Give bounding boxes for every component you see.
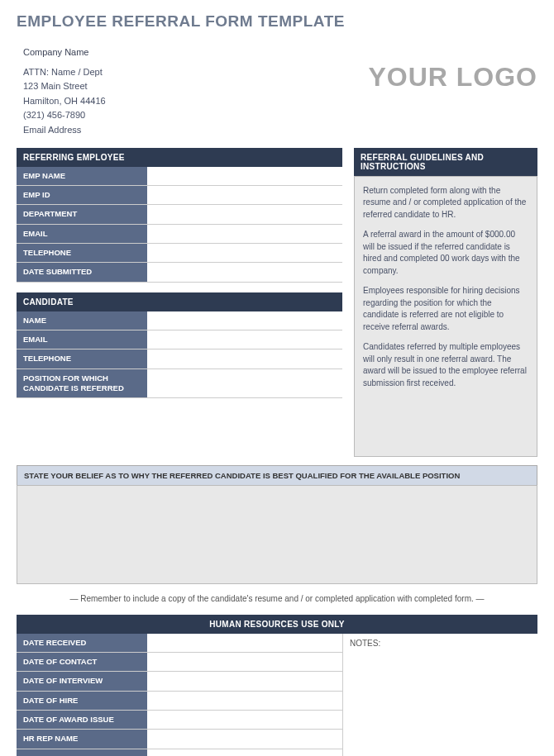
department-input[interactable] bbox=[147, 205, 342, 223]
candidate-position-input[interactable] bbox=[147, 369, 342, 398]
page-title: EMPLOYEE REFERRAL FORM TEMPLATE bbox=[17, 12, 537, 31]
date-submitted-input[interactable] bbox=[147, 263, 342, 281]
company-name: Company Name bbox=[23, 45, 106, 60]
field-label: TELEPHONE bbox=[17, 349, 147, 368]
company-city: Hamilton, OH 44416 bbox=[23, 94, 106, 109]
guidelines-paragraph: A referral award in the amount of $000.0… bbox=[363, 229, 528, 277]
field-label: DATE RECEIVED bbox=[17, 634, 147, 652]
guidelines-box: Return completed form along with the res… bbox=[354, 176, 537, 457]
company-email: Email Address bbox=[23, 123, 106, 138]
referring-employee-header: REFERRING EMPLOYEE bbox=[17, 148, 342, 167]
hr-header: HUMAN RESOURCES USE ONLY bbox=[17, 615, 537, 634]
hr-notes-area[interactable]: NOTES: bbox=[342, 634, 537, 756]
date-hire-input[interactable] bbox=[147, 692, 342, 710]
hr-notes-label: NOTES: bbox=[350, 639, 380, 648]
field-label: POSITION FOR WHICH CANDIDATE IS REFERRED bbox=[17, 369, 147, 398]
field-label: NAME bbox=[17, 311, 147, 330]
field-label: DATE OF HIRE bbox=[17, 692, 147, 710]
field-label: TELEPHONE bbox=[17, 244, 147, 262]
field-label: EMP ID bbox=[17, 186, 147, 204]
guidelines-paragraph: Employees responsible for hiring decisio… bbox=[363, 285, 528, 333]
field-label: EMP NAME bbox=[17, 167, 147, 185]
logo-placeholder: YOUR LOGO bbox=[368, 62, 537, 93]
date-interview-input[interactable] bbox=[147, 672, 342, 690]
field-label: EMAIL bbox=[17, 330, 147, 349]
date-received-input[interactable] bbox=[147, 634, 342, 652]
company-attn: ATTN: Name / Dept bbox=[23, 65, 106, 80]
guidelines-header: REFERRAL GUIDELINES AND INSTRUCTIONS bbox=[354, 148, 537, 176]
candidate-telephone-input[interactable] bbox=[147, 349, 342, 368]
field-label: DEPARTMENT bbox=[17, 205, 147, 223]
belief-header: STATE YOUR BELIEF AS TO WHY THE REFERRED… bbox=[17, 465, 537, 485]
field-label: DATE OF CONTACT bbox=[17, 653, 147, 671]
hr-rep-name-input[interactable] bbox=[147, 730, 342, 748]
field-label: DATE SUBMITTED bbox=[17, 263, 147, 281]
reminder-text: — Remember to include a copy of the cand… bbox=[17, 594, 537, 603]
emp-id-input[interactable] bbox=[147, 186, 342, 204]
belief-textarea[interactable] bbox=[17, 485, 537, 584]
field-label: EMAIL bbox=[17, 225, 147, 243]
date-contact-input[interactable] bbox=[147, 653, 342, 671]
company-phone: (321) 456-7890 bbox=[23, 108, 106, 123]
guidelines-paragraph: Candidates referred by multiple employee… bbox=[363, 341, 528, 389]
emp-telephone-input[interactable] bbox=[147, 244, 342, 262]
candidate-email-input[interactable] bbox=[147, 330, 342, 349]
field-label: DATE OF INTERVIEW bbox=[17, 672, 147, 690]
field-label: DATE OF AWARD ISSUE bbox=[17, 711, 147, 729]
date-award-input[interactable] bbox=[147, 711, 342, 729]
field-label: HR REP SIGNATURE bbox=[17, 749, 147, 756]
emp-email-input[interactable] bbox=[147, 225, 342, 243]
hr-rep-signature-input[interactable] bbox=[147, 749, 342, 756]
field-label: HR REP NAME bbox=[17, 730, 147, 748]
guidelines-paragraph: Return completed form along with the res… bbox=[363, 185, 528, 221]
candidate-header: CANDIDATE bbox=[17, 292, 342, 311]
header-row: Company Name ATTN: Name / Dept 123 Main … bbox=[17, 45, 537, 138]
company-info: Company Name ATTN: Name / Dept 123 Main … bbox=[17, 45, 106, 138]
emp-name-input[interactable] bbox=[147, 167, 342, 185]
candidate-name-input[interactable] bbox=[147, 311, 342, 330]
company-street: 123 Main Street bbox=[23, 79, 106, 94]
